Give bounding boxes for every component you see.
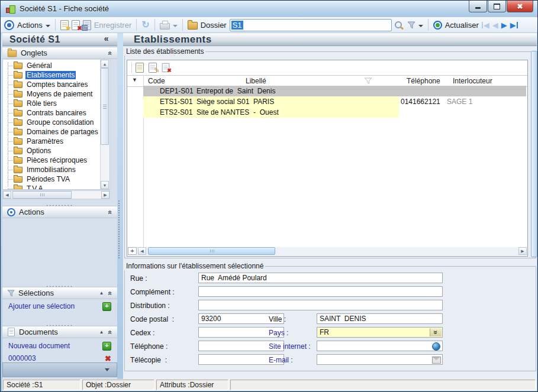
send-email-button[interactable]: [431, 356, 441, 364]
refresh-icon[interactable]: ↻: [141, 21, 149, 29]
tree-stub: [8, 113, 12, 114]
nav-next-button[interactable]: ▶: [501, 21, 507, 29]
add-icon[interactable]: +: [102, 342, 111, 351]
filter-caret-icon[interactable]: [418, 25, 423, 30]
delete-document-icon[interactable]: ✖: [105, 355, 111, 362]
ville-field[interactable]: SAINT DENIS: [317, 313, 443, 324]
sidebar-header: Société S1 «: [2, 33, 117, 46]
panel-splitter[interactable]: [118, 200, 120, 258]
search-icon[interactable]: [395, 21, 402, 28]
sidebar-item-domaines-de-partages[interactable]: Domaines de partages: [3, 127, 99, 137]
complement-field[interactable]: [198, 286, 443, 297]
sidebar-item-immobilisations[interactable]: Immobilisations: [3, 165, 77, 174]
nav-first-button[interactable]: ◀: [482, 21, 489, 29]
sidebar-item-contrats-bancaires[interactable]: Contrats bancaires: [3, 108, 88, 118]
complement-label: Complément :: [130, 288, 175, 296]
selections-section-header[interactable]: Sélections ▲«: [2, 287, 117, 299]
status-attributs: Attributs :Dossier: [156, 380, 228, 390]
documents-section-header[interactable]: Documents ▲«: [2, 326, 117, 338]
chevron-down-icon: »: [432, 331, 440, 335]
printer-icon[interactable]: [160, 23, 170, 30]
sidebar-item-comptes-bancaires[interactable]: Comptes bancaires: [3, 80, 89, 89]
expand-down-icon[interactable]: [105, 368, 109, 374]
open-folder-icon: [14, 72, 22, 79]
onglets-section-header[interactable]: Onglets «: [2, 47, 117, 59]
document-item-link[interactable]: 0000003: [8, 354, 36, 362]
scroll-thumb[interactable]: [101, 68, 109, 145]
sidebar-item-parametres[interactable]: Paramètres: [3, 137, 65, 146]
collapse-section-icon[interactable]: «: [107, 330, 115, 334]
actualiser-button[interactable]: Actualiser: [445, 21, 479, 30]
email-label: E-mail :: [269, 356, 293, 364]
folder-icon: [14, 176, 22, 183]
sidebar-item-tva[interactable]: T.V.A.: [3, 184, 46, 190]
maximize-icon: [494, 4, 500, 9]
actions-section-label: Actions: [19, 208, 44, 216]
nav-previous-button[interactable]: ◀: [492, 21, 498, 29]
actions-menu-button[interactable]: Actions: [17, 21, 43, 30]
tree-stub: [8, 170, 12, 170]
scroll-left-button[interactable]: ◀: [3, 191, 11, 199]
delete-record-button[interactable]: ✖: [72, 20, 80, 30]
sidebar-item-etablissements[interactable]: Etablissements: [3, 70, 76, 80]
title-bar[interactable]: Société S1 - Fiche société ✖: [1, 1, 537, 17]
new-document-link[interactable]: Nouveau document: [8, 342, 70, 350]
sidebar-item-role-tiers[interactable]: Rôle tiers: [3, 99, 58, 108]
minimize-button[interactable]: [469, 1, 487, 12]
splitter-handle[interactable]: .........: [2, 321, 117, 326]
sidebar-item-groupe-consolidation[interactable]: Groupe consolidation: [3, 118, 95, 127]
collapse-section-icon[interactable]: «: [107, 291, 115, 295]
splitter-handle[interactable]: .........: [2, 282, 117, 287]
printer-caret-icon[interactable]: [173, 25, 178, 30]
dossier-button[interactable]: Dossier: [201, 21, 227, 30]
sidebar-bottom-bar[interactable]: [2, 362, 117, 377]
sidebar-item-label: Options: [25, 147, 52, 155]
email-field[interactable]: [317, 354, 443, 365]
sidebar-item-general[interactable]: Général: [3, 61, 53, 70]
status-empty: [230, 380, 536, 390]
tree-stub: [8, 122, 12, 123]
rue-field[interactable]: Rue Amédé Poulard: [198, 273, 443, 283]
search-input[interactable]: S1: [230, 19, 392, 31]
scroll-thumb[interactable]: [12, 191, 72, 199]
collapse-section-icon[interactable]: «: [107, 210, 115, 214]
pays-field[interactable]: FR »: [317, 327, 443, 338]
sidebar-item-label: Paramètres: [25, 137, 65, 145]
folder-icon: [14, 119, 22, 126]
splitter-handle[interactable]: .........: [2, 201, 117, 206]
cedex-label: Cedex :: [130, 329, 154, 337]
nav-last-button[interactable]: ▶: [510, 21, 518, 29]
filter-icon[interactable]: [407, 21, 415, 29]
sidebar-item-periodes-tva[interactable]: Périodes TVA: [3, 174, 71, 184]
actions-caret-icon[interactable]: [46, 25, 50, 30]
collapse-sidebar-button[interactable]: «: [104, 34, 109, 43]
scroll-right-button[interactable]: ▶: [101, 191, 109, 199]
tree-vertical-scrollbar[interactable]: ▲ ▼: [100, 60, 109, 189]
thumb-grip: [103, 105, 107, 109]
sidebar-item-label: T.V.A.: [25, 184, 46, 190]
pin-up-icon[interactable]: ▲: [99, 330, 104, 335]
collapse-section-icon[interactable]: «: [107, 51, 115, 55]
sidebar-item-pieces-reciproques[interactable]: Pièces réciproques: [3, 155, 88, 165]
site-internet-field[interactable]: [317, 341, 443, 351]
scroll-down-button[interactable]: ▼: [101, 181, 109, 189]
pays-dropdown-button[interactable]: »: [430, 328, 442, 336]
actions-section-header[interactable]: Actions «: [2, 206, 117, 218]
save-icon[interactable]: [83, 20, 91, 30]
folder-icon: [14, 91, 22, 98]
add-selection-link[interactable]: Ajouter une sélection: [8, 302, 75, 310]
pays-value: FR: [320, 328, 329, 336]
close-button[interactable]: ✖: [507, 1, 533, 12]
maximize-button[interactable]: [488, 1, 506, 12]
sidebar-item-options[interactable]: Options: [3, 146, 52, 155]
scroll-up-button[interactable]: ▲: [101, 60, 109, 68]
pin-up-icon[interactable]: ▲: [99, 291, 104, 296]
new-record-button[interactable]: ★: [60, 20, 69, 30]
open-website-button[interactable]: [431, 342, 441, 350]
distribution-field[interactable]: [198, 300, 443, 310]
sidebar-item-moyens-de-paiement[interactable]: Moyens de paiement: [3, 89, 94, 99]
tree-horizontal-scrollbar[interactable]: ◀ ▶: [2, 190, 110, 199]
app-icon-green-square: [9, 5, 15, 14]
save-button[interactable]: Enregistrer: [94, 21, 132, 30]
add-icon[interactable]: +: [102, 302, 111, 311]
